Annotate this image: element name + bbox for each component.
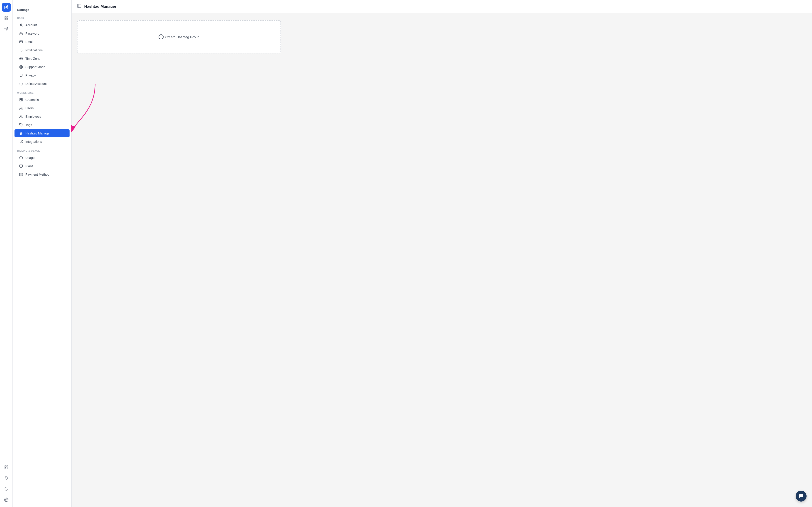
sidebar: Settings USER Account Password Email Not…: [13, 0, 71, 507]
globe-ring-icon: [19, 57, 23, 61]
sidebar-item-support-label: Support Mode: [26, 65, 45, 69]
plus-circle-icon: +: [159, 35, 164, 39]
sidebar-item-privacy-label: Privacy: [26, 73, 36, 77]
sidebar-item-timezone[interactable]: Time Zone: [14, 55, 69, 63]
sidebar-item-employees[interactable]: Employees: [14, 112, 69, 121]
sidebar-item-payment[interactable]: Payment Method: [14, 170, 69, 179]
icon-bar-widgets[interactable]: [2, 463, 11, 472]
svg-rect-38: [19, 165, 22, 167]
bell-icon: [19, 48, 23, 52]
create-hashtag-box[interactable]: + Create Hashtag Group: [77, 20, 281, 53]
sidebar-item-tags-label: Tags: [26, 123, 32, 127]
support-icon: [19, 65, 23, 69]
sidebar-item-channels[interactable]: Channels: [14, 96, 69, 104]
sidebar-item-notifications-label: Notifications: [26, 48, 43, 52]
icon-bar: [0, 0, 13, 507]
sidebar-item-password-label: Password: [26, 32, 39, 35]
integration-icon: [19, 139, 23, 144]
svg-line-17: [20, 57, 20, 58]
employees-icon: [19, 115, 23, 119]
main-body: + Create Hashtag Group: [71, 13, 812, 507]
sidebar-item-email[interactable]: Email: [14, 38, 69, 46]
hash-icon: [19, 131, 23, 135]
person-icon: [19, 23, 23, 27]
sidebar-item-delete-account[interactable]: Delete Account: [14, 80, 69, 88]
sidebar-item-timezone-label: Time Zone: [26, 57, 40, 60]
main-content: Hashtag Manager + Create Hashtag Group: [71, 0, 812, 507]
sidebar-item-integrations-label: Integrations: [26, 140, 42, 144]
svg-rect-41: [19, 173, 23, 176]
create-hashtag-button[interactable]: + Create Hashtag Group: [159, 35, 200, 39]
main-header: Hashtag Manager: [71, 0, 812, 13]
sidebar-item-plans[interactable]: Plans: [14, 162, 69, 170]
sidebar-item-account-label: Account: [26, 23, 37, 27]
sidebar-item-delete-label: Delete Account: [26, 82, 47, 86]
page-title: Hashtag Manager: [84, 4, 116, 9]
sidebar-item-usage-label: Usage: [26, 156, 35, 160]
sidebar-item-users-label: Users: [26, 106, 34, 110]
sidebar-item-payment-label: Payment Method: [26, 173, 49, 176]
svg-rect-1: [7, 16, 8, 18]
sidebar-item-password[interactable]: Password: [14, 30, 69, 38]
sidebar-item-privacy[interactable]: Privacy: [14, 71, 69, 79]
power-icon: [19, 82, 23, 86]
envelope-icon: [19, 40, 23, 44]
sidebar-item-hashtag-manager-label: Hashtag Manager: [26, 131, 51, 135]
sidebar-section-billing: BILLING & USAGE: [13, 146, 71, 154]
svg-line-20: [20, 59, 20, 60]
icon-bar-bell[interactable]: [2, 473, 11, 483]
icon-bar-send[interactable]: [2, 24, 11, 34]
sidebar-item-channels-label: Channels: [26, 98, 39, 102]
svg-rect-3: [7, 18, 8, 20]
channels-icon: [19, 98, 23, 102]
sidebar-item-plans-label: Plans: [26, 164, 33, 168]
sidebar-title: Settings: [13, 5, 71, 13]
svg-point-21: [19, 65, 22, 68]
sidebar-section-workspace: WORKSPACE: [13, 88, 71, 96]
sidebar-item-users[interactable]: Users: [14, 104, 69, 112]
chart-icon: [19, 156, 23, 160]
svg-rect-43: [78, 4, 81, 8]
users-icon: [19, 106, 23, 110]
card-icon: [19, 172, 23, 176]
svg-rect-0: [5, 16, 6, 18]
svg-rect-26: [20, 100, 21, 101]
chat-bubble[interactable]: [796, 491, 807, 502]
svg-line-34: [21, 132, 21, 135]
icon-bar-moon[interactable]: [2, 484, 11, 494]
sidebar-item-tags[interactable]: Tags: [14, 121, 69, 129]
svg-line-19: [21, 57, 22, 58]
sidebar-item-usage[interactable]: Usage: [14, 154, 69, 162]
icon-bar-grid[interactable]: [2, 13, 11, 23]
tag-icon: [19, 123, 23, 127]
plans-icon: [19, 164, 23, 168]
icon-bar-globe[interactable]: [2, 495, 11, 504]
sidebar-item-account[interactable]: Account: [14, 21, 69, 29]
panel-icon: [77, 4, 82, 9]
svg-rect-27: [21, 100, 22, 101]
sidebar-item-hashtag-manager[interactable]: Hashtag Manager: [14, 129, 69, 137]
svg-rect-6: [5, 465, 6, 467]
sidebar-item-support[interactable]: Support Mode: [14, 63, 69, 71]
create-hashtag-label: Create Hashtag Group: [165, 35, 200, 39]
sidebar-item-notifications[interactable]: Notifications: [14, 46, 69, 54]
svg-point-13: [20, 24, 21, 25]
svg-point-22: [20, 66, 21, 67]
icon-bar-edit[interactable]: [2, 3, 11, 12]
svg-rect-2: [5, 18, 6, 20]
sidebar-item-integrations[interactable]: Integrations: [14, 137, 69, 146]
svg-rect-25: [21, 99, 22, 100]
sidebar-section-user: USER: [13, 13, 71, 21]
shield-icon: [19, 73, 23, 77]
sidebar-item-employees-label: Employees: [26, 115, 41, 118]
svg-line-18: [21, 59, 22, 60]
svg-rect-24: [20, 99, 21, 100]
svg-rect-8: [5, 468, 6, 469]
svg-point-29: [20, 115, 21, 116]
lock-icon: [19, 32, 23, 36]
svg-point-28: [20, 107, 21, 108]
svg-rect-7: [7, 465, 8, 467]
sidebar-item-email-label: Email: [26, 40, 33, 44]
svg-rect-14: [20, 33, 22, 35]
